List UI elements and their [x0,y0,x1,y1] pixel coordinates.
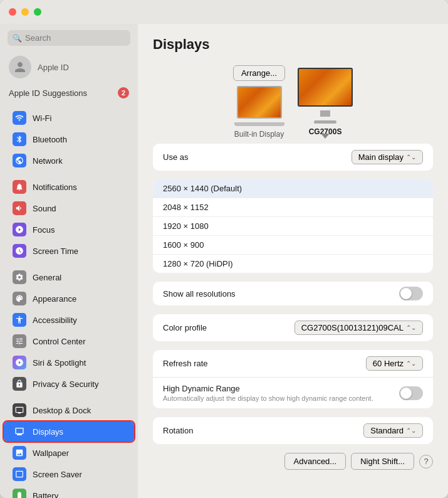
monitor-neck [320,110,330,117]
rotation-panel: Rotation Standard ⌃⌄ [153,417,433,444]
displays-icon [13,425,26,438]
builtin-thumb [237,86,282,119]
maximize-button[interactable] [34,8,41,16]
control-label: Control Center [33,337,86,346]
appearance-label: Appearance [33,294,76,304]
sidebar-item-network[interactable]: Network [4,151,134,171]
resolution-item-2[interactable]: 1920 × 1080 [153,217,433,236]
sidebar-item-wifi[interactable]: Wi-Fi [4,108,134,128]
builtin-display[interactable]: Built-in Display [234,86,284,139]
hdr-toggle[interactable] [399,386,423,400]
desktop-icon [13,403,26,417]
suggestions-row[interactable]: Apple ID Suggestions 2 [0,83,138,102]
arrange-button[interactable]: Arrange... [233,65,285,81]
rotation-label: Rotation [163,426,363,435]
displays-row: Arrange... Built-in Display CG2700S [153,65,433,139]
help-button[interactable]: ? [419,455,433,469]
show-all-toggle[interactable] [399,287,423,300]
main-content: Displays Arrange... Built-in Display [138,24,448,498]
use-as-row: Use as Main display ⌃⌄ [153,144,433,171]
sidebar-item-appearance[interactable]: Appearance [4,289,134,309]
close-button[interactable] [9,8,16,16]
search-box[interactable]: 🔍 [8,30,130,46]
content-area: 🔍 Apple ID Apple ID Suggestions 2 [0,24,448,498]
monitor-base [314,120,336,124]
refresh-rate-chevron: ⌃⌄ [406,360,416,367]
resolution-item-3[interactable]: 1600 × 900 [153,236,433,255]
show-all-row: Show all resolutions [153,282,433,305]
control-icon [13,334,26,348]
suggestions-badge: 2 [118,87,129,98]
accessibility-label: Accessibility [33,315,77,325]
search-input[interactable] [25,33,125,43]
color-profile-dropdown[interactable]: CG2700S(10013121)09CAL ⌃⌄ [294,321,423,335]
sidebar-item-displays[interactable]: Displays [4,421,134,442]
sidebar-item-accessibility[interactable]: Accessibility [4,310,134,330]
siri-icon [13,356,26,369]
refresh-rate-value: 60 Hertz [373,359,404,368]
advanced-button[interactable]: Advanced... [284,453,346,470]
show-all-label: Show all resolutions [163,289,399,299]
color-profile-value: CG2700S(10013121)09CAL [301,323,404,332]
hdr-label: High Dynamic Range [163,384,399,393]
displays-label: Displays [33,427,63,437]
sidebar-item-battery[interactable]: Battery [4,485,134,498]
use-as-value: Main display [358,152,404,162]
screentime-icon [13,244,26,258]
sidebar-item-screensaver[interactable]: Screen Saver [4,464,134,484]
privacy-label: Privacy & Security [33,379,98,389]
sidebar-item-control[interactable]: Control Center [4,331,134,351]
bluetooth-icon [13,132,26,146]
resolution-item-4[interactable]: 1280 × 720 (HiDPI) [153,255,433,273]
accessibility-icon [13,313,26,327]
appearance-icon [13,292,26,305]
color-profile-panel: Color profile CG2700S(10013121)09CAL ⌃⌄ [153,314,433,341]
rotation-chevron: ⌃⌄ [406,427,416,434]
sidebar: 🔍 Apple ID Apple ID Suggestions 2 [0,24,138,498]
sidebar-item-desktop[interactable]: Desktop & Dock [4,400,134,420]
focus-label: Focus [33,225,55,235]
color-profile-chevron: ⌃⌄ [406,324,416,331]
color-profile-label: Color profile [163,323,294,332]
sidebar-item-wallpaper[interactable]: Wallpaper [4,443,134,463]
siri-label: Siri & Spotlight [33,358,86,368]
hdr-sublabel: Automatically adjust the display to show… [163,395,399,402]
resolution-item-1[interactable]: 2048 × 1152 [153,198,433,217]
refresh-rate-label: Refresh rate [163,359,366,368]
network-icon [13,154,26,167]
sound-label: Sound [33,204,56,213]
apple-id-row[interactable]: Apple ID [0,51,138,83]
rotation-row: Rotation Standard ⌃⌄ [153,417,433,444]
refresh-hdr-panel: Refresh rate 60 Hertz ⌃⌄ High Dynamic Ra… [153,350,433,408]
sidebar-item-privacy[interactable]: Privacy & Security [4,374,134,394]
notifications-icon [13,180,26,194]
laptop-base [234,122,284,126]
rotation-dropdown[interactable]: Standard ⌃⌄ [363,423,423,438]
use-as-dropdown[interactable]: Main display ⌃⌄ [352,150,423,164]
sidebar-item-sound[interactable]: Sound [4,198,134,218]
sidebar-item-siri[interactable]: Siri & Spotlight [4,352,134,373]
external-display[interactable]: CG2700S [298,68,353,139]
titlebar [0,0,448,24]
sidebar-item-screentime[interactable]: Screen Time [4,241,134,261]
sidebar-item-focus[interactable]: Focus [4,220,134,240]
search-icon: 🔍 [13,34,22,43]
builtin-label: Built-in Display [234,130,284,139]
night-shift-button[interactable]: Night Shift... [351,453,414,470]
general-label: General [33,273,61,282]
battery-icon [13,489,26,498]
screensaver-icon [13,467,26,481]
sidebar-item-general[interactable]: General [4,267,134,287]
wallpaper-label: Wallpaper [33,448,69,458]
refresh-rate-dropdown[interactable]: 60 Hertz ⌃⌄ [366,356,423,371]
sound-icon [13,201,26,215]
wifi-label: Wi-Fi [33,114,51,123]
minimize-button[interactable] [21,8,29,16]
color-profile-row: Color profile CG2700S(10013121)09CAL ⌃⌄ [153,314,433,341]
use-as-chevron: ⌃⌄ [406,154,416,161]
sidebar-item-notifications[interactable]: Notifications [4,177,134,197]
refresh-rate-row: Refresh rate 60 Hertz ⌃⌄ [153,350,433,378]
privacy-icon [13,377,26,391]
resolution-item-0[interactable]: 2560 × 1440 (Default) [153,179,433,198]
sidebar-item-bluetooth[interactable]: Bluetooth [4,129,134,149]
